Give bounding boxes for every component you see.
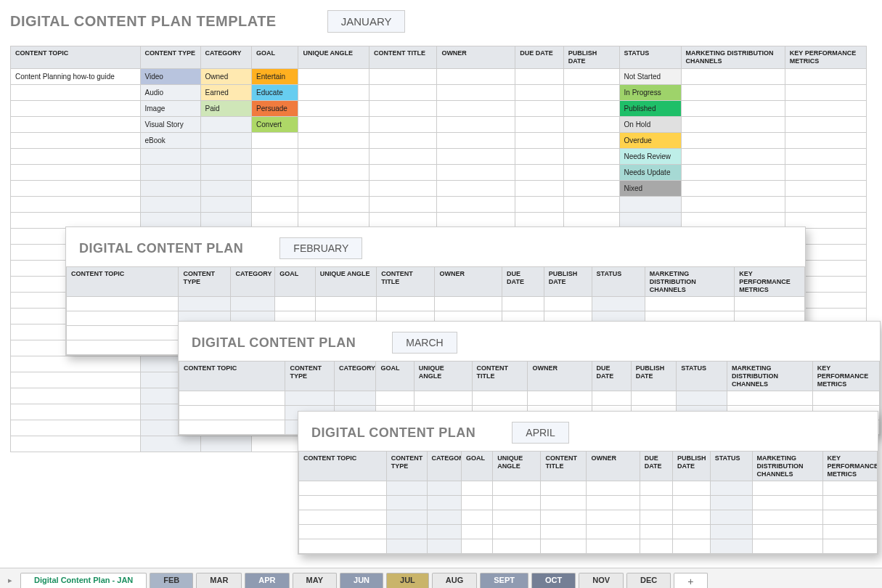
cell-topic[interactable]: Content Planning how-to guide: [11, 68, 141, 84]
cell-channels[interactable]: [681, 212, 785, 228]
cell-category[interactable]: [200, 148, 252, 164]
cell-owner[interactable]: [437, 196, 515, 212]
cell-category[interactable]: [231, 297, 275, 311]
cell-status[interactable]: [710, 496, 752, 510]
cell-angle[interactable]: [298, 132, 369, 148]
cell-goal[interactable]: [462, 510, 493, 525]
cell-channels[interactable]: [681, 180, 785, 196]
cell-type[interactable]: [140, 164, 200, 180]
cell-channels[interactable]: [752, 539, 822, 554]
cell-pub[interactable]: [673, 525, 711, 539]
cell-owner[interactable]: [437, 180, 515, 196]
cell-category[interactable]: [200, 180, 252, 196]
cell-owner[interactable]: [587, 496, 640, 510]
cell-status[interactable]: [592, 297, 645, 311]
cell-type[interactable]: [386, 539, 427, 554]
cell-topic[interactable]: [299, 496, 387, 510]
month-pill-february[interactable]: FEBRUARY: [279, 237, 362, 259]
cell-channels[interactable]: [752, 525, 822, 539]
cell-goal[interactable]: Educate: [252, 84, 298, 100]
cell-due[interactable]: [515, 212, 563, 228]
cell-due[interactable]: [515, 164, 563, 180]
cell-angle[interactable]: [298, 212, 369, 228]
cell-kpi[interactable]: [822, 496, 877, 510]
cell-angle[interactable]: [493, 525, 541, 539]
cell-channels[interactable]: [681, 196, 785, 212]
cell-type[interactable]: [140, 436, 200, 452]
table-row[interactable]: Visual StoryConvertOn Hold: [11, 116, 867, 132]
cell-topic[interactable]: [11, 180, 141, 196]
cell-owner[interactable]: [587, 525, 640, 539]
cell-angle[interactable]: [298, 148, 369, 164]
sheet-tab-dec[interactable]: DEC: [626, 573, 671, 588]
cell-due[interactable]: [592, 391, 631, 406]
cell-type[interactable]: Video: [140, 68, 200, 84]
table-row[interactable]: Needs Update: [11, 164, 867, 180]
cell-owner[interactable]: [437, 84, 515, 100]
cell-category[interactable]: [427, 539, 461, 554]
cell-goal[interactable]: [462, 539, 493, 554]
cell-category[interactable]: Owned: [200, 68, 252, 84]
table-row[interactable]: [179, 391, 880, 406]
cell-goal[interactable]: [462, 481, 493, 496]
cell-angle[interactable]: [414, 391, 472, 406]
cell-kpi[interactable]: [785, 164, 866, 180]
cell-due[interactable]: [515, 148, 563, 164]
cell-angle[interactable]: [298, 68, 369, 84]
cell-pub[interactable]: [563, 68, 619, 84]
cell-pub[interactable]: [673, 539, 711, 554]
table-row[interactable]: Needs Review: [11, 148, 867, 164]
cell-kpi[interactable]: [812, 391, 879, 406]
sheet-tab-sept[interactable]: SEPT: [480, 573, 528, 588]
cell-topic[interactable]: [11, 196, 141, 212]
cell-channels[interactable]: [645, 297, 735, 311]
cell-type[interactable]: [140, 212, 200, 228]
cell-due[interactable]: [515, 180, 563, 196]
cell-pub[interactable]: [631, 391, 676, 406]
cell-topic[interactable]: [11, 212, 141, 228]
cell-pub[interactable]: [563, 180, 619, 196]
cell-due[interactable]: [640, 525, 672, 539]
cell-angle[interactable]: [493, 481, 541, 496]
cell-topic[interactable]: [11, 404, 141, 420]
cell-owner[interactable]: [437, 164, 515, 180]
cell-topic[interactable]: [11, 372, 141, 388]
cell-kpi[interactable]: [785, 212, 866, 228]
cell-angle[interactable]: [298, 180, 369, 196]
cell-angle[interactable]: [298, 164, 369, 180]
cell-kpi[interactable]: [785, 148, 866, 164]
cell-kpi[interactable]: [822, 525, 877, 539]
cell-goal[interactable]: [252, 148, 298, 164]
cell-kpi[interactable]: [785, 100, 866, 116]
cell-topic[interactable]: [11, 356, 141, 372]
cell-kpi[interactable]: [785, 180, 866, 196]
cell-category[interactable]: [200, 116, 252, 132]
cell-pub[interactable]: [673, 510, 711, 525]
cell-status[interactable]: In Progress: [619, 84, 681, 100]
cell-pub[interactable]: [563, 116, 619, 132]
cell-owner[interactable]: [437, 116, 515, 132]
table-row[interactable]: [11, 212, 867, 228]
cell-angle[interactable]: [298, 84, 369, 100]
cell-status[interactable]: On Hold: [619, 116, 681, 132]
table-row[interactable]: [299, 481, 878, 496]
sheet-tab-may[interactable]: MAY: [293, 573, 337, 588]
cell-category[interactable]: [427, 496, 461, 510]
cell-topic[interactable]: [11, 132, 141, 148]
cell-topic[interactable]: [11, 116, 141, 132]
cell-channels[interactable]: [752, 510, 822, 525]
cell-due[interactable]: [640, 539, 672, 554]
table-row[interactable]: [299, 525, 878, 539]
cell-topic[interactable]: [11, 436, 141, 452]
cell-channels[interactable]: [681, 148, 785, 164]
cell-goal[interactable]: Entertain: [252, 68, 298, 84]
cell-due[interactable]: [640, 496, 672, 510]
cell-due[interactable]: [515, 116, 563, 132]
cell-status[interactable]: Nixed: [619, 180, 681, 196]
cell-due[interactable]: [515, 132, 563, 148]
sheet-tab-apr[interactable]: APR: [245, 573, 289, 588]
cell-category[interactable]: [200, 132, 252, 148]
cell-channels[interactable]: [727, 391, 812, 406]
cell-title[interactable]: [541, 481, 587, 496]
tab-scroll-left[interactable]: ▸: [3, 572, 17, 588]
